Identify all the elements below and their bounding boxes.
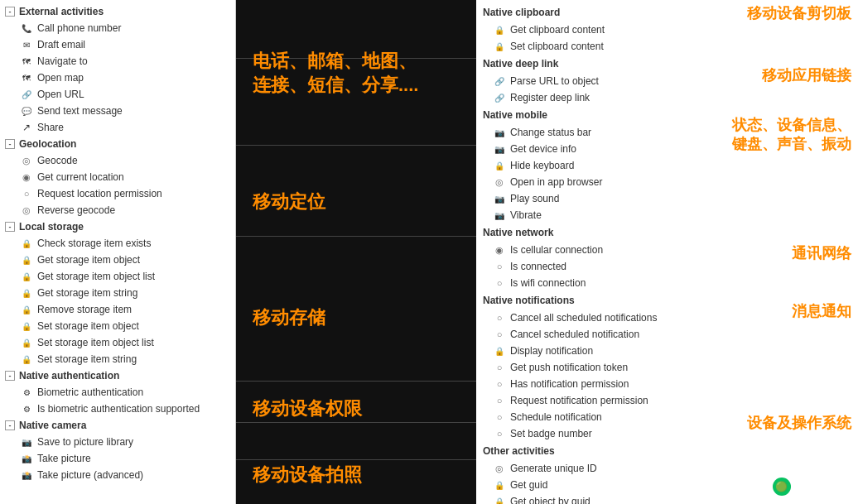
middle-label-label-phone-email: 电话、邮箱、地图、 连接、短信、分享.... [253, 50, 418, 97]
icon-draft-email [20, 38, 33, 51]
icon-request-notification-permission [493, 394, 506, 407]
right-item-play-sound[interactable]: Play sound [476, 190, 858, 207]
left-item-save-to-picture-library[interactable]: Save to picture library [0, 434, 235, 450]
left-item-take-picture-advanced[interactable]: Take picture (advanced) [0, 467, 235, 483]
divider [236, 236, 476, 237]
left-item-is-biometric-auth-supported[interactable]: Is biometric authentication supported [0, 401, 235, 417]
icon-reverse-geocode [20, 204, 33, 217]
right-item-generate-unique-id[interactable]: Generate unique ID [476, 460, 858, 477]
left-item-get-storage-item-object[interactable]: Get storage item object [0, 252, 235, 268]
right-item-schedule-notification[interactable]: Schedule notification [476, 409, 858, 425]
icon-biometric-authentication [20, 386, 33, 399]
toggle-local-storage[interactable]: - [5, 222, 15, 232]
left-panel: -External activitiesCall phone numberDra… [0, 0, 236, 504]
left-item-set-storage-item-object-list[interactable]: Set storage item object list [0, 334, 235, 351]
item-label-call-phone: Call phone number [37, 22, 121, 34]
left-item-get-current-location[interactable]: Get current location [0, 169, 235, 185]
right-item-vibrate[interactable]: Vibrate [476, 207, 858, 223]
right-item-hide-keyboard[interactable]: Hide keyboard [476, 157, 858, 174]
left-item-send-text[interactable]: Send text message [0, 103, 235, 119]
left-item-reverse-geocode[interactable]: Reverse geocode [0, 202, 235, 218]
section-header-geolocation[interactable]: -Geolocation [0, 136, 235, 152]
right-section-header-native-network: Native network [476, 223, 858, 242]
right-item-has-notification-permission[interactable]: Has notification permission [476, 376, 858, 392]
icon-display-notification [493, 344, 506, 358]
left-item-get-storage-item-object-list[interactable]: Get storage item object list [0, 268, 235, 285]
right-item-open-in-app-browser[interactable]: Open in app browser [476, 174, 858, 190]
left-item-biometric-authentication[interactable]: Biometric authentication [0, 384, 235, 401]
icon-get-guid [493, 478, 506, 492]
icon-get-current-location [20, 170, 33, 184]
icon-register-deep-link [493, 91, 506, 104]
left-item-navigate-to[interactable]: Navigate to [0, 53, 235, 70]
right-item-set-clipboard-content[interactable]: Set clipboard content [476, 38, 858, 55]
right-section-header-native-deep-link: Native deep link [476, 55, 858, 73]
right-item-label-is-connected: Is connected [510, 261, 566, 272]
section-header-external-activities[interactable]: -External activities [0, 3, 235, 20]
right-item-label-parse-url-to-object: Parse URL to object [510, 75, 599, 87]
right-item-parse-url-to-object[interactable]: Parse URL to object [476, 73, 858, 89]
toggle-external-activities[interactable]: - [5, 7, 15, 17]
section-header-local-storage[interactable]: -Local storage [0, 218, 235, 235]
toggle-native-camera[interactable]: - [5, 420, 15, 430]
right-item-display-notification[interactable]: Display notification [476, 343, 858, 359]
section-header-native-camera[interactable]: -Native camera [0, 417, 235, 434]
left-item-request-location-permission[interactable]: Request location permission [0, 185, 235, 202]
icon-play-sound [493, 192, 506, 205]
middle-label-label-camera: 移动设备拍照 [253, 463, 362, 487]
icon-get-clipboard-content [493, 23, 506, 36]
right-item-register-deep-link[interactable]: Register deep link [476, 89, 858, 106]
left-item-set-storage-item-object[interactable]: Set storage item object [0, 318, 235, 334]
right-item-label-set-badge-number: Set badge number [510, 428, 592, 439]
right-item-request-notification-permission[interactable]: Request notification permission [476, 392, 858, 409]
divider [236, 459, 476, 460]
icon-take-picture-advanced [20, 468, 33, 482]
left-item-share[interactable]: Share [0, 119, 235, 136]
right-item-set-badge-number[interactable]: Set badge number [476, 425, 858, 442]
right-item-get-push-notification-token[interactable]: Get push notification token [476, 359, 858, 376]
left-item-remove-storage-item[interactable]: Remove storage item [0, 301, 235, 318]
right-item-label-is-cellular-connection: Is cellular connection [510, 244, 603, 256]
toggle-geolocation[interactable]: - [5, 139, 15, 149]
icon-set-badge-number [493, 427, 506, 440]
icon-is-connected [493, 260, 506, 273]
right-item-get-clipboard-content[interactable]: Get clipboard content [476, 22, 858, 38]
left-item-call-phone[interactable]: Call phone number [0, 20, 235, 36]
toggle-native-authentication[interactable]: - [5, 371, 15, 381]
divider [236, 381, 476, 382]
left-item-check-storage-item-exists[interactable]: Check storage item exists [0, 235, 235, 252]
right-item-label-generate-unique-id: Generate unique ID [510, 463, 597, 474]
right-item-cancel-scheduled-notification[interactable]: Cancel scheduled notification [476, 326, 858, 343]
right-item-is-wifi-connection[interactable]: Is wifi connection [476, 275, 858, 291]
right-item-cancel-all-scheduled-notifications[interactable]: Cancel all scheduled notifications [476, 310, 858, 326]
left-item-draft-email[interactable]: Draft email [0, 36, 235, 53]
icon-call-phone [20, 22, 33, 35]
item-label-set-storage-item-object-list: Set storage item object list [37, 337, 154, 348]
left-item-get-storage-item-string[interactable]: Get storage item string [0, 285, 235, 301]
right-item-label-get-guid: Get guid [510, 479, 547, 491]
item-label-geocode: Geocode [37, 155, 78, 166]
icon-check-storage-item-exists [20, 237, 33, 250]
right-item-is-connected[interactable]: Is connected [476, 258, 858, 275]
right-item-label-cancel-all-scheduled-notifications: Cancel all scheduled notifications [510, 312, 657, 324]
right-item-label-get-device-info: Get device info [510, 143, 576, 155]
icon-open-in-app-browser [493, 175, 506, 189]
section-header-native-authentication[interactable]: -Native authentication [0, 367, 235, 384]
right-item-label-get-clipboard-content: Get clipboard content [510, 24, 605, 36]
right-item-get-device-info[interactable]: Get device info [476, 141, 858, 157]
right-item-change-status-bar[interactable]: Change status bar [476, 124, 858, 141]
left-item-geocode[interactable]: Geocode [0, 152, 235, 169]
left-item-set-storage-item-string[interactable]: Set storage item string [0, 351, 235, 367]
left-item-take-picture[interactable]: Take picture [0, 450, 235, 467]
item-label-save-to-picture-library: Save to picture library [37, 436, 133, 448]
left-item-open-url[interactable]: Open URL [0, 86, 235, 103]
middle-label-label-geo: 移动定位 [253, 190, 325, 214]
icon-set-storage-item-object [20, 319, 33, 333]
icon-set-clipboard-content [493, 40, 506, 53]
right-item-label-open-in-app-browser: Open in app browser [510, 176, 602, 188]
icon-change-status-bar [493, 126, 506, 139]
icon-get-device-info [493, 142, 506, 156]
item-label-biometric-authentication: Biometric authentication [37, 386, 143, 398]
left-item-open-map[interactable]: Open map [0, 70, 235, 86]
right-item-is-cellular-connection[interactable]: Is cellular connection [476, 242, 858, 258]
